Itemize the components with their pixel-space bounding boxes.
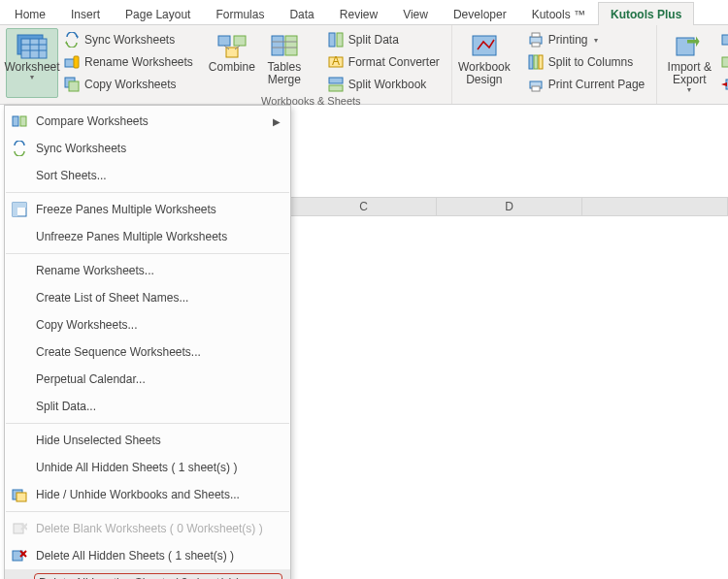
combine-button[interactable]: Combine xyxy=(206,28,258,98)
cells-area[interactable] xyxy=(291,216,728,579)
menu-sort-sheets[interactable]: Sort Sheets... xyxy=(5,162,290,189)
group-printing: Printing ▾ Split to Columns Print Curren… xyxy=(516,25,657,104)
blank-icon xyxy=(11,574,28,579)
format-converter-button[interactable]: A Format Converter xyxy=(322,51,446,73)
svg-rect-16 xyxy=(285,36,297,55)
split-data-icon xyxy=(328,32,344,48)
blank-icon xyxy=(11,228,28,245)
import-range-button[interactable]: Import R xyxy=(715,74,728,95)
compare-icon xyxy=(11,113,28,130)
svg-rect-28 xyxy=(532,43,540,47)
menu-delete-hidden[interactable]: Delete All Hidden Sheets ( 1 sheet(s) ) xyxy=(5,542,290,569)
worksheet-icon xyxy=(17,32,48,59)
dropdown-caret-icon: ▾ xyxy=(687,85,691,94)
svg-rect-31 xyxy=(539,55,543,69)
menu-create-sequence[interactable]: Create Sequence Worksheets... xyxy=(5,338,290,366)
svg-rect-12 xyxy=(218,36,230,46)
menu-delete-inactive[interactable]: Delete All Inactive Sheets ( 3 sheet(s) … xyxy=(5,569,290,579)
svg-rect-30 xyxy=(534,55,538,69)
column-header-d[interactable]: D xyxy=(437,198,582,215)
menu-compare-label: Compare Worksheets xyxy=(36,114,265,128)
blank-icon xyxy=(11,316,28,334)
tab-formulas[interactable]: Formulas xyxy=(203,2,277,25)
menu-copy-label: Copy Worksheets... xyxy=(36,318,281,332)
tab-page-layout[interactable]: Page Layout xyxy=(113,2,203,25)
rename-worksheets-button[interactable]: Rename Worksheets xyxy=(58,51,199,73)
menu-sort-label: Sort Sheets... xyxy=(36,169,281,182)
export-chart-button[interactable]: Export C xyxy=(715,51,728,73)
menu-create-seq-label: Create Sequence Worksheets... xyxy=(36,345,281,359)
tab-insert[interactable]: Insert xyxy=(58,2,113,25)
menu-compare-worksheets[interactable]: Compare Worksheets ▶ xyxy=(5,108,290,135)
menu-rename-label: Rename Worksheets... xyxy=(36,264,281,277)
svg-marker-7 xyxy=(65,41,67,45)
tab-data[interactable]: Data xyxy=(277,2,326,25)
workbook-design-label: Workbook Design xyxy=(458,61,511,86)
menu-sync-worksheets[interactable]: Sync Worksheets xyxy=(5,135,290,162)
column-header-c[interactable]: C xyxy=(291,198,437,215)
delete-icon xyxy=(11,520,28,537)
menu-hide-unsel-label: Hide Unselected Sheets xyxy=(36,434,281,447)
blank-icon xyxy=(11,167,28,184)
menu-perpetual-calendar[interactable]: Perpetual Calendar... xyxy=(5,366,290,393)
hide-unhide-icon xyxy=(11,486,28,503)
menu-unfreeze-panes[interactable]: Unfreeze Panes Multiple Worksheets xyxy=(5,223,290,250)
svg-marker-41 xyxy=(721,82,727,86)
freeze-icon xyxy=(11,201,28,218)
workbook-design-icon xyxy=(470,32,499,59)
svg-rect-38 xyxy=(722,57,728,67)
tables-merge-button[interactable]: Tables Merge xyxy=(258,28,311,98)
menu-unhide-all[interactable]: Unhide All Hidden Sheets ( 1 sheet(s) ) xyxy=(5,454,290,481)
menu-delete-blank: Delete Blank Worksheets ( 0 Worksheet(s)… xyxy=(5,515,290,542)
menu-delete-hidden-label: Delete All Hidden Sheets ( 1 sheet(s) ) xyxy=(36,549,281,563)
workbook-design-button[interactable]: Workbook Design xyxy=(458,28,511,98)
menu-create-list[interactable]: Create List of Sheet Names... xyxy=(5,284,290,311)
import-export-button[interactable]: Import & Export ▾ xyxy=(663,28,715,98)
tab-home[interactable]: Home xyxy=(2,2,58,25)
tab-developer[interactable]: Developer xyxy=(441,2,519,25)
worksheet-button[interactable]: Worksheet ▾ xyxy=(6,28,58,98)
menu-separator xyxy=(6,253,289,254)
menu-freeze-panes[interactable]: Freeze Panes Multiple Worksheets xyxy=(5,196,290,223)
sync-worksheets-label: Sync Worksheets xyxy=(84,33,175,47)
menu-hide-unselected[interactable]: Hide Unselected Sheets xyxy=(5,427,290,454)
menu-hide-unhide[interactable]: Hide / Unhide Workbooks and Sheets... xyxy=(5,481,290,508)
tab-kutools[interactable]: Kutools ™ xyxy=(519,2,598,25)
menu-rename-worksheets[interactable]: Rename Worksheets... xyxy=(5,257,290,284)
column-header-next[interactable] xyxy=(582,198,728,215)
split-to-columns-button[interactable]: Split to Columns xyxy=(522,51,650,73)
blank-icon xyxy=(11,459,28,476)
printing-button[interactable]: Printing ▾ xyxy=(522,29,650,50)
ribbon: Worksheet ▾ Sync Worksheets Rename Works… xyxy=(0,25,728,105)
svg-rect-46 xyxy=(13,203,26,208)
svg-rect-27 xyxy=(532,33,540,37)
group-split: Split Data A Format Converter Split Work… xyxy=(316,25,452,104)
sync-worksheets-button[interactable]: Sync Worksheets xyxy=(58,29,199,50)
column-headers: C D xyxy=(291,197,728,216)
copy-worksheets-label: Copy Worksheets xyxy=(84,78,176,91)
worksheet-dropdown-menu: Compare Worksheets ▶ Sync Worksheets Sor… xyxy=(4,105,291,579)
menu-unhide-all-label: Unhide All Hidden Sheets ( 1 sheet(s) ) xyxy=(36,461,281,474)
split-workbook-button[interactable]: Split Workbook xyxy=(322,74,446,95)
tab-kutools-plus[interactable]: Kutools Plus xyxy=(598,2,694,25)
rename-icon xyxy=(64,54,80,70)
copy-worksheets-button[interactable]: Copy Worksheets xyxy=(58,74,199,95)
tab-review[interactable]: Review xyxy=(327,2,390,25)
menu-create-list-label: Create List of Sheet Names... xyxy=(36,291,281,305)
print-current-page-label: Print Current Page xyxy=(548,78,645,91)
combine-label: Combine xyxy=(209,61,255,74)
svg-rect-9 xyxy=(74,56,79,68)
menu-split-data[interactable]: Split Data... xyxy=(5,393,290,420)
tables-merge-label: Tables Merge xyxy=(267,61,301,86)
export-chart-icon xyxy=(721,54,728,70)
print-current-page-button[interactable]: Print Current Page xyxy=(522,74,650,95)
tab-view[interactable]: View xyxy=(390,2,441,25)
split-data-button[interactable]: Split Data xyxy=(322,29,446,50)
print-page-icon xyxy=(528,77,544,92)
export-range-button[interactable]: Export R xyxy=(715,29,728,50)
sync-icon xyxy=(11,140,28,157)
dropdown-caret-icon: ▾ xyxy=(30,73,34,81)
blank-icon xyxy=(11,262,28,279)
menu-copy-worksheets[interactable]: Copy Worksheets... xyxy=(5,311,290,338)
blank-icon xyxy=(11,343,28,361)
